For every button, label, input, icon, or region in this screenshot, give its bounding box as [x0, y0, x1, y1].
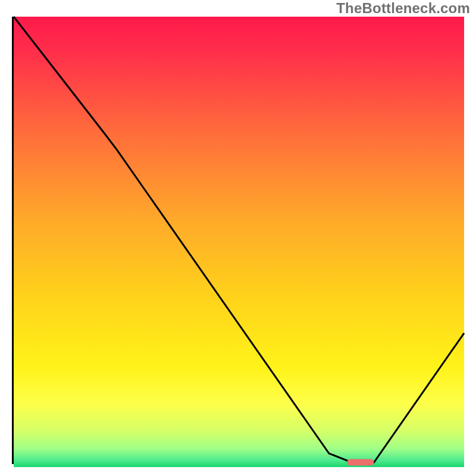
watermark-text: TheBottleneck.com — [336, 0, 470, 17]
optimal-range-marker — [347, 459, 374, 466]
chart-container: TheBottleneck.com — [0, 0, 476, 476]
bottleneck-curve — [14, 17, 464, 462]
plot-area — [12, 17, 464, 464]
